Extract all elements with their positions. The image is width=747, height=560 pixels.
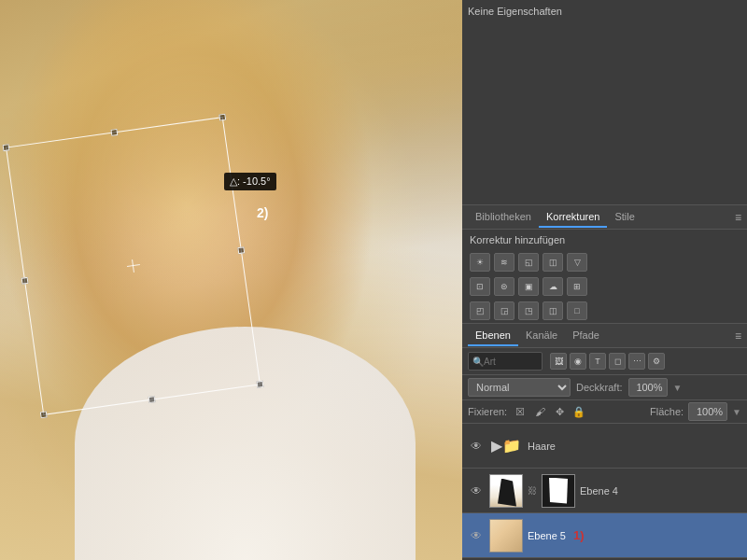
- corr-grid-icon[interactable]: ⊞: [567, 277, 587, 296]
- layers-panel: Ebenen Kanäle Pfade ≡ 🔍 🖼 ◉ T ◻ ⋯ ⚙ Norm: [462, 324, 747, 560]
- corr-selective-icon[interactable]: □: [567, 301, 587, 320]
- handle-middle-left[interactable]: [21, 277, 29, 285]
- layer-shape-icon[interactable]: ◻: [609, 353, 626, 370]
- layer-text-icon[interactable]: T: [589, 353, 606, 370]
- opacity-label: Deckkraft:: [576, 382, 623, 393]
- layer-name-ebene4: Ebene 4: [580, 485, 618, 497]
- layer-name-area-haare: Haare: [528, 441, 741, 452]
- flaeche-arrow-icon[interactable]: ▼: [732, 407, 741, 417]
- layer-thumb-ebene5: [489, 519, 523, 553]
- handle-bottom-left[interactable]: [40, 411, 48, 418]
- corrections-icons-row3: ◰ ◲ ◳ ◫ □: [462, 299, 747, 323]
- layer-name-area-ebene5: Ebene 5 1): [528, 528, 741, 542]
- flaeche-field[interactable]: [688, 402, 727, 421]
- layer-number-ebene5: 1): [573, 528, 585, 542]
- corr-colorbalance-icon[interactable]: ▣: [518, 277, 539, 296]
- corrections-panel-menu[interactable]: ≡: [735, 211, 741, 224]
- transform-center: [126, 259, 141, 273]
- corr-gradient-icon[interactable]: ▽: [567, 253, 587, 272]
- transform-bounding-box[interactable]: [6, 117, 261, 415]
- corr-hsl-icon[interactable]: ⊜: [494, 277, 514, 296]
- corrections-panel: Bibliotheken Korrekturen Stile ≡ Korrekt…: [462, 205, 747, 324]
- properties-title: Keine Eigenschaften: [468, 6, 741, 17]
- corrections-tabs: Bibliotheken Korrekturen Stile ≡: [462, 205, 747, 230]
- layer-mask-icon[interactable]: ◉: [570, 353, 586, 370]
- search-icon: 🔍: [472, 357, 484, 367]
- layer-icon-buttons: 🖼 ◉ T ◻ ⋯ ⚙: [550, 353, 665, 370]
- mask-thumb-ebene4: [542, 474, 575, 508]
- chain-icon-ebene4: ⛓: [528, 474, 537, 508]
- handle-bottom-middle[interactable]: [148, 396, 155, 403]
- layers-panel-menu[interactable]: ≡: [735, 329, 741, 343]
- corr-levels-icon[interactable]: ≋: [494, 253, 514, 272]
- tab-kanaele[interactable]: Kanäle: [518, 326, 565, 346]
- fix-move-icon[interactable]: ✥: [551, 403, 568, 420]
- tab-bibliotheken[interactable]: Bibliotheken: [468, 207, 539, 228]
- layer-name-ebene5: Ebene 5: [528, 530, 566, 541]
- corr-brightness-icon[interactable]: ☀: [470, 253, 490, 272]
- corr-bw-icon[interactable]: ☁: [543, 277, 563, 296]
- folder-icon-haare: ▶📁: [491, 437, 521, 455]
- fix-icons: ☒ 🖌 ✥ 🔒: [512, 403, 645, 420]
- layer-name-haare: Haare: [528, 441, 556, 452]
- fix-lock-icon[interactable]: 🔒: [571, 403, 587, 420]
- corr-threshold-icon[interactable]: ◳: [518, 301, 539, 320]
- layer-name-area-ebene4: Ebene 4: [580, 485, 741, 497]
- corr-invert-icon[interactable]: ◰: [470, 301, 490, 320]
- handle-top-right[interactable]: [218, 114, 226, 121]
- corr-vibrance-icon[interactable]: ⊡: [470, 277, 490, 296]
- canvas-area: △: -10.5° 2): [0, 0, 462, 560]
- layer-controls: 🔍 🖼 ◉ T ◻ ⋯ ⚙: [462, 348, 747, 375]
- layers-list: 👁 ▶📁 Haare 👁 ⛓ Ebene 4: [462, 424, 747, 560]
- layer-row-ebene5[interactable]: 👁 Ebene 5 1): [462, 513, 747, 558]
- corrections-header: Korrektur hinzufügen: [462, 230, 747, 250]
- corr-gradmap-icon[interactable]: ◫: [543, 301, 563, 320]
- layers-tabs: Ebenen Kanäle Pfade ≡: [462, 324, 747, 348]
- blend-mode-select[interactable]: Normal: [468, 378, 571, 397]
- layer-settings-icon[interactable]: ⚙: [648, 353, 665, 370]
- layer-filter-input[interactable]: [484, 357, 535, 367]
- rotation-value: △: -10.5°: [230, 175, 271, 187]
- layer-more-icon[interactable]: ⋯: [628, 353, 645, 370]
- handle-bottom-right[interactable]: [257, 381, 264, 388]
- fix-brush-icon[interactable]: 🖌: [531, 403, 548, 420]
- tab-korrekturen[interactable]: Korrekturen: [539, 207, 607, 228]
- handle-top-middle[interactable]: [110, 129, 118, 136]
- layer-new-icon[interactable]: 🖼: [550, 353, 567, 370]
- opacity-field[interactable]: [628, 378, 668, 397]
- fix-transparent-icon[interactable]: ☒: [512, 403, 529, 420]
- tab-pfade[interactable]: Pfade: [565, 326, 607, 346]
- handle-top-left[interactable]: [3, 144, 10, 151]
- rotation-tooltip: △: -10.5°: [224, 173, 276, 190]
- corr-exposure-icon[interactable]: ◫: [543, 253, 563, 272]
- mask-inner-ebene4: [549, 478, 568, 504]
- corr-curves-icon[interactable]: ◱: [518, 253, 539, 272]
- layer-row-haare[interactable]: 👁 ▶📁 Haare: [462, 424, 747, 469]
- tab-ebenen[interactable]: Ebenen: [468, 326, 518, 346]
- corrections-icons-row1: ☀ ≋ ◱ ◫ ▽: [462, 250, 747, 274]
- right-panel: Keine Eigenschaften Bibliotheken Korrekt…: [462, 0, 747, 560]
- fix-label: Fixieren:: [468, 406, 507, 417]
- eye-icon-haare[interactable]: 👁: [468, 438, 485, 455]
- fix-row: Fixieren: ☒ 🖌 ✥ 🔒 Fläche: ▼: [462, 400, 747, 424]
- corr-posterize-icon[interactable]: ◲: [494, 301, 514, 320]
- layer-row-ebene4[interactable]: 👁 ⛓ Ebene 4: [462, 469, 747, 513]
- eye-icon-ebene4[interactable]: 👁: [468, 483, 485, 499]
- blend-opacity-row: Normal Deckkraft: ▼: [462, 375, 747, 400]
- properties-panel: Keine Eigenschaften: [462, 0, 747, 205]
- handle-middle-right[interactable]: [237, 246, 245, 254]
- corrections-icons-row2: ⊡ ⊜ ▣ ☁ ⊞: [462, 274, 747, 299]
- layer-thumb-ebene4: [489, 474, 523, 508]
- tab-stile[interactable]: Stile: [607, 207, 641, 228]
- opacity-arrow-icon[interactable]: ▼: [673, 383, 683, 393]
- step-label-2: 2): [257, 205, 268, 220]
- eye-icon-ebene5[interactable]: 👁: [468, 527, 485, 544]
- flaeche-label: Fläche:: [650, 406, 684, 417]
- layer-search-box[interactable]: 🔍: [468, 352, 543, 371]
- layer-thumb-haare: ▶📁: [489, 429, 523, 463]
